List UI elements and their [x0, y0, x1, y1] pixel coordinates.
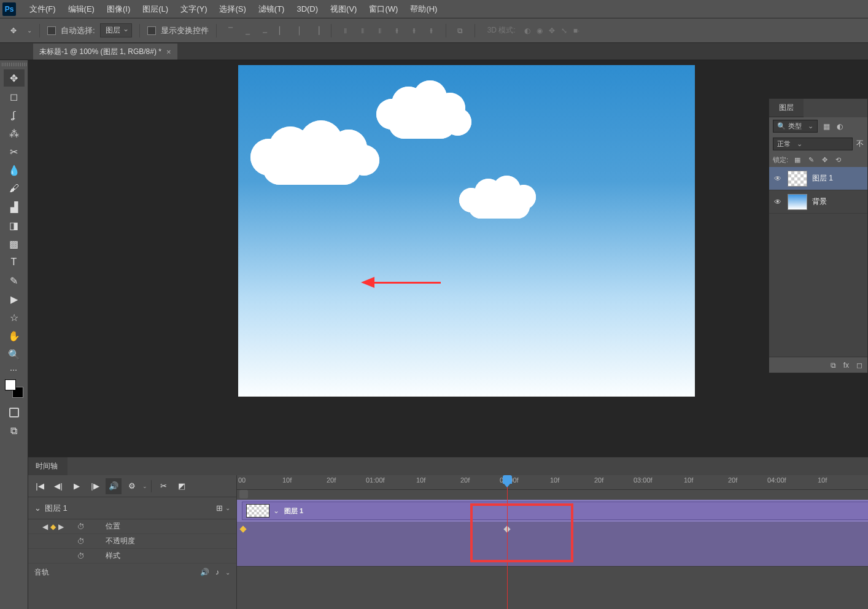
clone-stamp-tool[interactable]: ▟: [4, 198, 25, 215]
visibility-toggle-icon[interactable]: 👁: [773, 198, 783, 206]
menu-3d[interactable]: 3D(D): [290, 0, 324, 18]
timeline-layer-header[interactable]: ⌄图层 1 ⊞⌄: [28, 497, 236, 519]
crop-tool[interactable]: ✂: [4, 143, 25, 160]
play-button[interactable]: ▶: [69, 478, 85, 494]
auto-align-icon[interactable]: ⧉: [454, 24, 467, 37]
layer-name[interactable]: 图层 1: [812, 173, 864, 184]
next-frame-button[interactable]: |▶: [87, 478, 103, 494]
timeline-playhead[interactable]: [507, 475, 508, 609]
previous-frame-button[interactable]: ◀|: [50, 478, 66, 494]
menu-help[interactable]: 帮助(H): [404, 0, 443, 18]
work-area-start-handle[interactable]: [239, 490, 248, 498]
menu-type[interactable]: 文字(Y): [174, 0, 213, 18]
auto-select-target-dropdown[interactable]: 图层: [100, 23, 132, 37]
3d-zoom-icon[interactable]: ■·: [573, 26, 580, 35]
layer-fx-icon[interactable]: fx: [843, 361, 849, 370]
timeline-prop-style[interactable]: ⏱ 样式: [28, 549, 236, 564]
timeline-video-track[interactable]: ⌄ 图层 1: [237, 500, 868, 522]
document-tab[interactable]: 未标题-1 @ 100% (图层 1, RGB/8#) * ×: [33, 44, 177, 60]
lasso-tool[interactable]: ʆ: [4, 106, 25, 123]
layer-filter-kind-dropdown[interactable]: 🔍类型: [773, 120, 818, 133]
auto-select-checkbox[interactable]: [47, 26, 56, 35]
lock-transparent-icon[interactable]: ▦: [793, 156, 802, 165]
lock-artboard-icon[interactable]: ⟲: [834, 156, 842, 165]
timeline-prop-opacity[interactable]: ⏱ 不透明度: [28, 534, 236, 549]
eraser-tool[interactable]: ◨: [4, 217, 25, 234]
timeline-tracks-area[interactable]: 00 10f 20f 01:00f 10f 20f 02:00f 10f 20f…: [237, 475, 868, 609]
document-canvas[interactable]: [238, 65, 695, 397]
timeline-tab[interactable]: 时间轴: [28, 457, 68, 475]
shape-tool[interactable]: ☆: [4, 309, 25, 326]
chevron-down-icon[interactable]: ⌄: [273, 506, 279, 515]
move-tool[interactable]: ✥: [4, 69, 25, 87]
screen-mode-tool[interactable]: ⧉: [4, 422, 25, 440]
3d-pan-icon[interactable]: ✥: [549, 26, 555, 35]
lock-position-icon[interactable]: ✥: [820, 156, 829, 165]
chevron-down-icon[interactable]: ⌄: [34, 503, 41, 513]
stopwatch-icon[interactable]: ⏱: [77, 537, 85, 546]
timeline-audio-track[interactable]: [237, 566, 868, 583]
dist-hcenter-icon[interactable]: ⫵: [408, 24, 421, 37]
layer-row-background[interactable]: 👁 背景: [769, 190, 867, 214]
add-keyframe-icon[interactable]: ◆: [50, 522, 56, 531]
filter-pixel-icon[interactable]: ▦: [821, 122, 831, 131]
menu-view[interactable]: 视图(V): [324, 0, 363, 18]
stopwatch-icon[interactable]: ⏱: [77, 552, 85, 561]
type-tool[interactable]: T: [4, 254, 25, 271]
3d-roll-icon[interactable]: ◉: [537, 26, 543, 35]
pen-tool[interactable]: ✎: [4, 272, 25, 289]
playhead-handle[interactable]: [503, 475, 512, 484]
align-vcenter-icon[interactable]: ⎯: [241, 24, 255, 37]
zoom-tool[interactable]: 🔍: [4, 346, 25, 363]
menu-window[interactable]: 窗口(W): [363, 0, 404, 18]
toolbox-grip[interactable]: [2, 63, 26, 66]
layer-mask-icon[interactable]: ◻: [856, 361, 862, 370]
color-swatches[interactable]: [5, 379, 23, 398]
timeline-ruler[interactable]: 00 10f 20f 01:00f 10f 20f 02:00f 10f 20f…: [237, 475, 868, 490]
timeline-opacity-track[interactable]: [237, 537, 868, 551]
mute-audio-button[interactable]: 🔊: [106, 478, 122, 494]
timeline-prop-position[interactable]: ◀ ◆ ▶ ⏱ 位置: [28, 519, 236, 534]
brush-tool[interactable]: 🖌: [4, 180, 25, 197]
foreground-color-swatch[interactable]: [5, 379, 16, 390]
magic-wand-tool[interactable]: ⁂: [4, 125, 25, 142]
gradient-tool[interactable]: ▩: [4, 235, 25, 252]
menu-layer[interactable]: 图层(L): [136, 0, 174, 18]
menu-filter[interactable]: 滤镜(T): [252, 0, 291, 18]
eyedropper-tool[interactable]: 💧: [4, 161, 25, 179]
layer-name[interactable]: 背景: [812, 196, 864, 207]
layer-row-1[interactable]: 👁 图层 1: [769, 167, 867, 190]
dist-vcenter-icon[interactable]: ⫴: [356, 24, 370, 37]
audio-note-icon[interactable]: ♪: [215, 568, 219, 576]
align-left-icon[interactable]: ▏: [276, 24, 289, 37]
menu-image[interactable]: 图像(I): [101, 0, 136, 18]
align-hcenter-icon[interactable]: │: [293, 24, 306, 37]
split-clip-button[interactable]: ✂: [155, 478, 171, 494]
marquee-tool[interactable]: ◻: [4, 88, 25, 105]
menu-select[interactable]: 选择(S): [213, 0, 252, 18]
stopwatch-icon[interactable]: ⏱: [77, 522, 85, 531]
lock-image-icon[interactable]: ✎: [807, 156, 815, 165]
dist-top-icon[interactable]: ⫴: [339, 24, 352, 37]
layer-thumbnail[interactable]: [788, 194, 807, 210]
hand-tool[interactable]: ✋: [4, 327, 25, 344]
timeline-clip[interactable]: ⌄ 图层 1: [242, 502, 868, 520]
menu-edit[interactable]: 编辑(E): [62, 0, 101, 18]
3d-slide-icon[interactable]: ⤡: [561, 26, 567, 35]
timeline-position-track[interactable]: [237, 522, 868, 537]
go-to-first-frame-button[interactable]: |◀: [32, 478, 48, 494]
close-tab-icon[interactable]: ×: [166, 47, 171, 56]
next-keyframe-icon[interactable]: ▶: [58, 522, 64, 531]
path-select-tool[interactable]: ▶: [4, 290, 25, 308]
timeline-settings-button[interactable]: ⚙: [124, 478, 140, 494]
link-layers-icon[interactable]: ⧉: [831, 361, 836, 370]
dist-left-icon[interactable]: ⫵: [390, 24, 404, 37]
quick-mask-tool[interactable]: [4, 404, 25, 421]
layer-thumbnail[interactable]: [788, 171, 807, 187]
align-top-icon[interactable]: ⎺: [224, 24, 238, 37]
visibility-toggle-icon[interactable]: 👁: [773, 174, 783, 183]
show-transform-checkbox[interactable]: [147, 26, 156, 35]
timeline-style-track[interactable]: [237, 551, 868, 566]
dist-right-icon[interactable]: ⫵: [425, 24, 438, 37]
align-bottom-icon[interactable]: ⎽: [258, 24, 272, 37]
